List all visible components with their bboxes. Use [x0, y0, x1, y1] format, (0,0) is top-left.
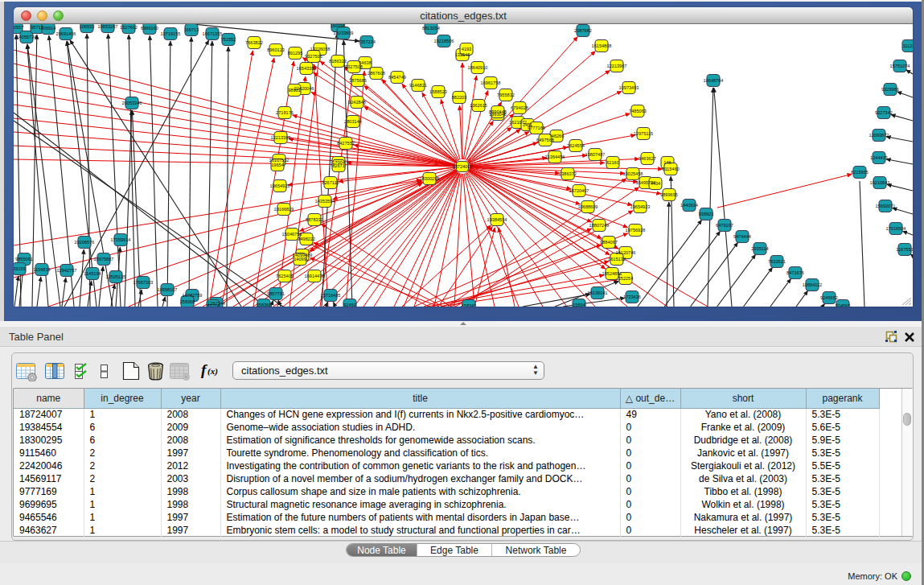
svg-text:10975867: 10975867: [94, 257, 114, 262]
svg-text:9855061: 9855061: [15, 257, 33, 262]
svg-text:924565: 924565: [836, 303, 851, 307]
svg-text:12213967: 12213967: [607, 64, 627, 68]
svg-text:17359914: 17359914: [111, 237, 131, 242]
svg-text:(x): (x): [207, 366, 218, 377]
svg-text:18724007: 18724007: [453, 164, 473, 169]
svg-text:1362615: 1362615: [470, 103, 487, 108]
svg-text:9146821: 9146821: [409, 83, 427, 88]
svg-text:3875685: 3875685: [349, 78, 367, 83]
svg-text:8960123: 8960123: [267, 47, 285, 52]
svg-text:20691406: 20691406: [56, 31, 76, 36]
svg-text:15720407: 15720407: [569, 188, 589, 193]
svg-text:8186323: 8186323: [329, 59, 347, 64]
svg-text:16210643: 16210643: [870, 180, 890, 185]
svg-text:132546: 132546: [455, 52, 470, 57]
svg-text:3624554: 3624554: [567, 143, 585, 148]
svg-text:f: f: [201, 361, 207, 378]
svg-text:2087682: 2087682: [574, 28, 592, 33]
svg-text:1733426: 1733426: [623, 295, 641, 299]
svg-text:10654112: 10654112: [803, 282, 822, 287]
svg-text:252254: 252254: [618, 276, 634, 281]
svg-text:158345: 158345: [462, 303, 477, 307]
svg-text:7485063: 7485063: [629, 109, 647, 113]
svg-text:882203: 882203: [452, 95, 467, 100]
svg-text:83214: 83214: [207, 303, 220, 307]
svg-text:19654: 19654: [271, 163, 284, 167]
svg-text:14055724: 14055724: [17, 35, 37, 39]
svg-text:891295: 891295: [288, 51, 303, 56]
svg-text:10973493: 10973493: [619, 85, 639, 90]
svg-text:12213369: 12213369: [271, 135, 291, 140]
svg-text:4193: 4193: [462, 47, 471, 51]
svg-text:10958107: 10958107: [158, 287, 178, 292]
svg-text:10688609: 10688609: [578, 204, 598, 209]
svg-text:206914: 206914: [41, 26, 56, 31]
svg-text:9327508: 9327508: [345, 64, 363, 69]
svg-text:15834: 15834: [573, 303, 585, 307]
svg-text:140557: 140557: [14, 25, 23, 30]
svg-text:15692071: 15692071: [876, 204, 896, 208]
svg-text:1167553: 1167553: [896, 247, 913, 252]
svg-text:1244415: 1244415: [870, 155, 888, 160]
svg-text:7357224: 7357224: [358, 39, 376, 44]
svg-text:16782759: 16782759: [183, 293, 203, 298]
svg-text:8267110: 8267110: [322, 180, 339, 185]
svg-text:8215955: 8215955: [851, 170, 869, 175]
svg-text:1156819: 1156819: [33, 267, 50, 272]
svg-text:17016504: 17016504: [886, 226, 906, 231]
svg-text:7632621: 7632621: [768, 259, 786, 264]
svg-text:14136141: 14136141: [588, 290, 608, 295]
svg-text:9227342: 9227342: [875, 110, 893, 115]
svg-text:106933: 106933: [80, 24, 95, 29]
svg-text:16914479: 16914479: [305, 274, 325, 278]
svg-text:258368: 258368: [180, 299, 195, 304]
svg-text:20206576: 20206576: [75, 240, 95, 245]
svg-text:12505135: 12505135: [106, 274, 126, 279]
svg-text:17957203: 17957203: [133, 280, 154, 285]
svg-text:14353594: 14353594: [315, 199, 335, 204]
svg-text:6497568: 6497568: [536, 138, 554, 142]
svg-text:18640910: 18640910: [468, 65, 488, 70]
svg-text:160338: 160338: [331, 24, 346, 28]
svg-text:16033809: 16033809: [334, 31, 354, 35]
svg-text:14099: 14099: [294, 257, 306, 262]
svg-text:1588520: 1588520: [429, 89, 447, 94]
svg-text:7625402: 7625402: [276, 274, 294, 278]
svg-text:9327506: 9327506: [305, 54, 322, 59]
svg-text:146: 146: [663, 160, 671, 165]
svg-text:9245652: 9245652: [820, 295, 838, 300]
svg-text:10719155: 10719155: [161, 31, 181, 36]
svg-text:9463627: 9463627: [639, 156, 656, 161]
svg-text:9242848: 9242848: [348, 100, 366, 105]
svg-text:16154808: 16154808: [592, 43, 612, 48]
svg-text:13226058: 13226058: [310, 47, 331, 51]
svg-text:9474444: 9474444: [733, 234, 751, 239]
svg-text:11123: 11123: [903, 43, 913, 48]
svg-text:16543382: 16543382: [297, 66, 317, 71]
svg-text:2803144: 2803144: [344, 119, 362, 124]
svg-text:10653267: 10653267: [98, 24, 118, 29]
svg-text:9884067: 9884067: [600, 240, 618, 245]
svg-text:12942757: 12942757: [57, 268, 77, 273]
svg-text:7663822: 7663822: [245, 40, 263, 45]
svg-text:18300295: 18300295: [420, 176, 440, 181]
svg-text:8813054: 8813054: [422, 26, 440, 31]
svg-text:15751074: 15751074: [890, 64, 910, 68]
svg-text:7386372: 7386372: [559, 171, 577, 176]
svg-text:2867608: 2867608: [368, 71, 385, 76]
svg-text:19654925: 19654925: [270, 183, 290, 188]
svg-text:16120746: 16120746: [616, 250, 636, 255]
svg-text:19384554: 19384554: [487, 217, 507, 222]
svg-text:82671: 82671: [332, 163, 345, 168]
svg-text:18807249: 18807249: [589, 223, 610, 228]
svg-text:19166829: 19166829: [274, 207, 294, 212]
svg-text:751552: 751552: [221, 37, 236, 42]
svg-text:21364456: 21364456: [545, 154, 565, 159]
svg-text:9777169: 9777169: [528, 126, 545, 130]
svg-text:9857791: 9857791: [267, 291, 285, 296]
svg-text:12975115: 12975115: [634, 131, 653, 136]
svg-text:8878332: 8878332: [306, 217, 323, 222]
svg-text:16671355: 16671355: [203, 31, 223, 36]
svg-text:258368: 258368: [257, 303, 272, 307]
svg-text:2718176: 2718176: [276, 110, 294, 115]
